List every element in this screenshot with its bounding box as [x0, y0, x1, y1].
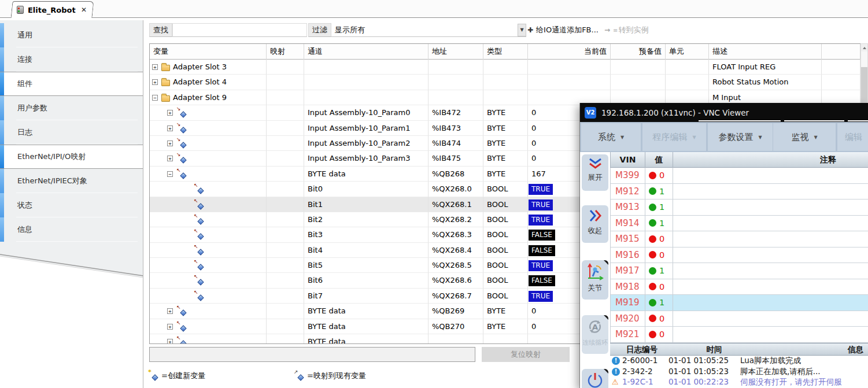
type-cell[interactable]: BOOL	[483, 182, 528, 197]
mapping-cell[interactable]	[267, 289, 304, 304]
sidebar-splitter[interactable]	[143, 20, 143, 388]
channel-cell[interactable]: Bit1	[304, 197, 429, 212]
filter-dropdown[interactable]: 显示所有 ▼	[331, 23, 526, 37]
reset-mapping-button[interactable]: 复位映射	[482, 347, 570, 362]
variable-cell[interactable]: −↖	[150, 167, 267, 182]
description-cell[interactable]: FLOAT Input REG	[709, 60, 822, 75]
variable-cell[interactable]: +Adapter Slot 3	[150, 60, 267, 75]
vin-comment-cell[interactable]	[673, 247, 868, 263]
vnc-menu-1[interactable]: 系统▼	[581, 123, 641, 151]
variable-cell[interactable]: +↖	[150, 304, 267, 319]
channel-cell[interactable]: Bit7	[304, 289, 429, 304]
io-column-header[interactable]: 地址	[429, 44, 483, 60]
find-input[interactable]	[172, 23, 307, 37]
vnc-menu-5[interactable]: 编辑	[837, 123, 868, 151]
vin-column-header[interactable]: 注释	[673, 152, 868, 168]
description-cell[interactable]: Robot Status Motion	[709, 75, 822, 90]
type-cell[interactable]	[483, 90, 528, 105]
expand-icon[interactable]: +	[152, 64, 158, 70]
vin-comment-cell[interactable]	[673, 231, 868, 247]
vin-name-cell[interactable]: M913	[611, 199, 645, 215]
sidebar-item-8[interactable]: 状态	[0, 193, 143, 217]
address-cell[interactable]: %IB473	[429, 121, 483, 136]
log-column-header[interactable]: 日志编号	[610, 343, 674, 356]
io-column-header[interactable]: 单元	[666, 44, 709, 60]
vin-value-cell[interactable]: 1	[645, 199, 673, 215]
vnc-menu-4[interactable]: 监视▼	[773, 123, 836, 151]
mapping-cell[interactable]	[267, 334, 304, 344]
type-cell[interactable]: BOOL	[483, 227, 528, 242]
variable-cell[interactable]: +↖	[150, 334, 267, 344]
log-row[interactable]: !2-6000-101-01 01:05:25Lua脚本加载完成	[610, 356, 868, 367]
type-cell[interactable]: BYTE	[483, 136, 528, 151]
vin-name-cell[interactable]: M914	[611, 216, 645, 231]
vin-comment-cell[interactable]	[673, 311, 868, 327]
variable-cell[interactable]: +↘	[150, 151, 267, 166]
variable-cell[interactable]: +↘	[150, 121, 267, 136]
address-cell[interactable]	[429, 334, 483, 344]
vnc-menu-2[interactable]: 程序编辑▼	[642, 123, 706, 151]
expand-icon[interactable]: +	[152, 79, 158, 85]
mapping-cell[interactable]	[267, 319, 304, 334]
channel-cell[interactable]: BYTE data	[304, 304, 429, 319]
variable-cell[interactable]: +↖	[150, 319, 267, 334]
log-column-header[interactable]: 信息	[755, 343, 868, 356]
type-cell[interactable]: BOOL	[483, 273, 528, 288]
address-cell[interactable]: %QX268.0	[429, 182, 483, 197]
current-value-cell[interactable]	[528, 60, 611, 75]
io-column-header[interactable]: 类型	[483, 44, 528, 60]
variable-cell[interactable]: +↘	[150, 105, 267, 120]
mapping-cell[interactable]	[267, 304, 304, 319]
variable-cell[interactable]: ↖	[150, 182, 267, 197]
variable-cell[interactable]: −Adapter Slot 9	[150, 90, 267, 105]
type-cell[interactable]: BYTE	[483, 121, 528, 136]
chevron-down-icon[interactable]: ▼	[518, 24, 526, 36]
variable-cell[interactable]: ↖	[150, 289, 267, 304]
vin-comment-cell[interactable]	[673, 263, 868, 279]
address-cell[interactable]	[429, 60, 483, 75]
type-cell[interactable]: BOOL	[483, 258, 528, 273]
vnc-tool-loop[interactable]: A连续循环	[582, 315, 608, 354]
mapping-cell[interactable]	[267, 121, 304, 136]
type-cell[interactable]: BOOL	[483, 289, 528, 304]
vnc-titlebar[interactable]: V2 192.168.1.200 (x11vnc) - VNC Viewer	[580, 103, 868, 122]
io-table-row[interactable]: +Adapter Slot 3FLOAT Input REG	[150, 60, 860, 75]
type-cell[interactable]: BYTE	[483, 151, 528, 166]
vin-name-cell[interactable]: M919	[611, 295, 645, 311]
type-cell[interactable]: BYTE	[483, 105, 528, 120]
current-value-cell[interactable]	[528, 75, 611, 90]
channel-cell[interactable]	[304, 60, 429, 75]
vnc-tool-power[interactable]	[582, 369, 608, 388]
vin-name-cell[interactable]: M915	[611, 231, 645, 247]
type-cell[interactable]: BYTE	[483, 304, 528, 319]
vin-name-cell[interactable]: M918	[611, 279, 645, 295]
sidebar-item-7[interactable]: EtherNet/IPIEC对象	[0, 169, 143, 193]
variable-cell[interactable]: ↖	[150, 243, 267, 258]
vin-value-cell[interactable]: 0	[645, 231, 673, 247]
vin-comment-cell[interactable]	[673, 279, 868, 295]
channel-cell[interactable]: Bit2	[304, 212, 429, 227]
mapping-cell[interactable]	[267, 151, 304, 166]
expand-icon[interactable]: +	[167, 125, 173, 131]
log-row[interactable]: !2-342-201-01 01:05:23脚本正在加载,请稍后...	[610, 367, 868, 378]
vin-name-cell[interactable]: M916	[611, 247, 645, 263]
vin-comment-cell[interactable]	[673, 216, 868, 231]
channel-cell[interactable]	[304, 75, 429, 90]
mapping-cell[interactable]	[267, 273, 304, 288]
vin-row[interactable]: M9200	[611, 311, 868, 327]
io-column-header[interactable]: 变量	[150, 44, 267, 60]
channel-cell[interactable]: BYTE data	[304, 319, 429, 334]
vin-name-cell[interactable]: M921	[611, 327, 645, 342]
address-cell[interactable]: %QB268	[429, 167, 483, 182]
vin-row[interactable]: M9180	[611, 279, 868, 295]
address-cell[interactable]: %IB475	[429, 151, 483, 166]
address-cell[interactable]: %QB269	[429, 304, 483, 319]
mapping-cell[interactable]	[267, 197, 304, 212]
address-cell[interactable]: %IB472	[429, 105, 483, 120]
vin-name-cell[interactable]: M917	[611, 263, 645, 279]
expand-icon[interactable]: +	[167, 110, 173, 116]
vin-comment-cell[interactable]	[673, 184, 868, 199]
mapping-cell[interactable]	[267, 105, 304, 120]
type-cell[interactable]: BOOL	[483, 212, 528, 227]
filler-cell[interactable]	[822, 60, 860, 75]
